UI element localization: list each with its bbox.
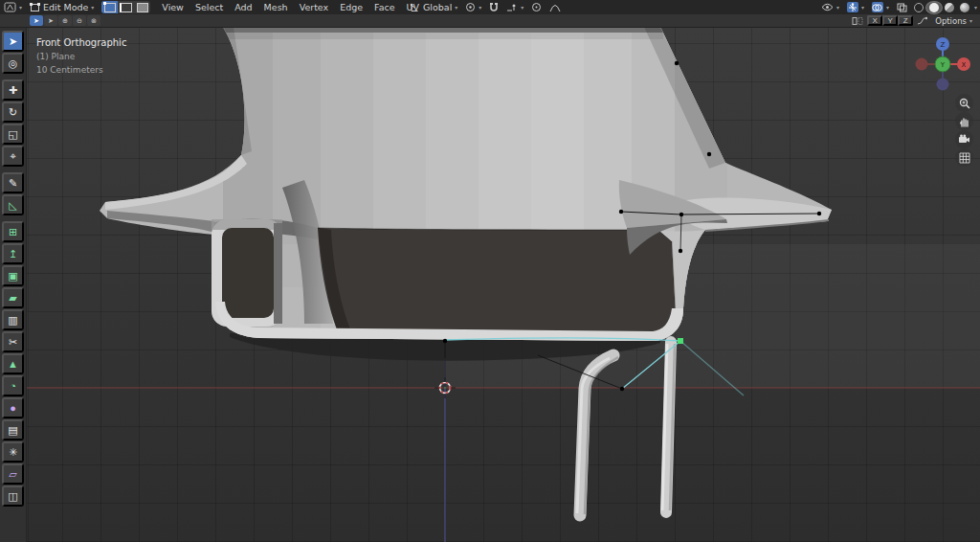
zoom-icon [959, 98, 970, 109]
mirror-axis-x[interactable]: X [867, 15, 882, 26]
active-vertex[interactable] [678, 338, 683, 344]
select-mode-new[interactable]: ➤ [44, 15, 57, 26]
options-dropdown[interactable]: Options ▾ [931, 16, 976, 26]
tool-inset-faces[interactable]: ▣ [2, 265, 24, 286]
shading-material-preview[interactable] [942, 2, 957, 13]
pan-button[interactable] [955, 112, 973, 130]
viewport-header: ▾ Edit Mode ▾ ViewSelectAddMeshVertexEdg… [0, 0, 980, 14]
chevron-down-icon: ▾ [836, 5, 839, 11]
tool-poly-build[interactable]: ▲ [2, 353, 24, 374]
viewport-3d[interactable]: Front Orthographic (1) Plane 10 Centimet… [27, 27, 980, 542]
menu-view[interactable]: View [156, 2, 189, 12]
mode-face-select[interactable] [134, 1, 150, 13]
select-mode-intersect[interactable]: ⊗ [87, 15, 100, 26]
chevron-down-icon: ▾ [969, 18, 972, 24]
tool-transform[interactable]: ⌖ [2, 146, 24, 167]
pivot-point-dropdown[interactable]: ▾ [461, 2, 485, 12]
options-label: Options [935, 16, 967, 26]
falloff-curve-icon [549, 3, 561, 12]
tool-shear[interactable]: ▱ [2, 463, 24, 485]
visibility-icon [821, 3, 834, 11]
navigation-gizmo[interactable]: Z X Y [913, 32, 972, 95]
camera-icon [958, 134, 970, 145]
loop-cut-icon: ▥ [8, 315, 17, 326]
central-cavity [318, 228, 676, 332]
measure-icon: ◺ [9, 200, 16, 211]
face-select-icon [137, 3, 148, 12]
shear-icon: ▱ [9, 469, 16, 480]
tool-move[interactable]: ✚ [2, 79, 24, 101]
edge-slide-icon: ▤ [8, 425, 17, 436]
camera-view-button[interactable] [955, 130, 973, 148]
snap-target-dropdown[interactable]: ▾ [502, 3, 527, 12]
gizmo-z-negative[interactable] [937, 79, 949, 91]
tool-measure[interactable]: ◺ [2, 194, 24, 215]
gizmo-icon [847, 2, 858, 12]
proportional-editing-toggle[interactable] [527, 2, 546, 12]
mode-vertex-select[interactable] [101, 1, 118, 13]
transform-icon: ⌖ [10, 151, 15, 162]
tool-cursor[interactable]: ◎ [2, 53, 24, 74]
shading-rendered[interactable] [957, 2, 972, 13]
snap-toggle[interactable] [485, 2, 502, 12]
cursor-icon: ◎ [9, 58, 18, 69]
menu-face[interactable]: Face [368, 2, 400, 12]
tool-knife[interactable]: ✂ [2, 331, 24, 352]
tool-rip-region[interactable]: ◫ [2, 486, 24, 507]
tool-add-cube[interactable]: ⊞ [2, 221, 24, 242]
menu-add[interactable]: Add [229, 2, 257, 12]
tool-bevel[interactable]: ▰ [2, 287, 24, 308]
tool-scale[interactable]: ◱ [2, 124, 24, 145]
edit-mode-icon [30, 3, 40, 12]
shading-mode-group [911, 2, 972, 13]
tool-edge-slide[interactable]: ▤ [2, 419, 24, 440]
gizmos-toggle[interactable]: ▾ [843, 2, 868, 12]
editor-type-button[interactable]: ▾ [0, 0, 26, 14]
move-icon: ✚ [9, 85, 17, 96]
mode-dropdown[interactable]: Edit Mode ▾ [26, 0, 98, 14]
tool-select-box[interactable]: ➤ [2, 31, 24, 52]
wireframe-icon [914, 3, 924, 12]
overlays-toggle[interactable]: ▾ [868, 2, 893, 12]
display-cluster: ▾ ▾ ▾ ▾ [817, 2, 977, 13]
gizmo-x-negative[interactable] [916, 58, 928, 71]
blender-window: ▾ Edit Mode ▾ ViewSelectAddMeshVertexEdg… [0, 0, 980, 542]
tool-annotate[interactable]: ✎ [2, 172, 24, 193]
tool-extrude-region[interactable]: ↥ [2, 243, 24, 264]
tool-rotate[interactable]: ↻ [2, 102, 24, 123]
tool-smooth[interactable]: ● [2, 397, 24, 418]
knife-icon: ✂ [9, 337, 17, 348]
menu-vertex[interactable]: Vertex [294, 2, 335, 12]
mirror-axis-z[interactable]: Z [898, 15, 913, 26]
mirror-axis-y[interactable]: Y [882, 15, 898, 26]
proportional-falloff-button[interactable] [546, 3, 565, 12]
tool-loop-cut[interactable]: ▥ [2, 309, 24, 330]
select-mode-extend[interactable]: ⊕ [58, 15, 72, 26]
options-cluster: XYZ Options ▾ [852, 15, 976, 26]
spin-icon: ◔ [10, 381, 16, 392]
tool-spin[interactable]: ◔ [2, 375, 24, 396]
show-object-types-dropdown[interactable]: ▾ [817, 3, 843, 11]
proportional-editing-icon [531, 2, 542, 12]
orthographic-grid-icon [959, 152, 970, 164]
shading-solid[interactable] [926, 2, 942, 13]
material-preview-icon [945, 3, 954, 12]
annotate-icon: ✎ [9, 178, 17, 189]
add-cube-icon: ⊞ [9, 227, 17, 237]
menu-mesh[interactable]: Mesh [258, 2, 294, 12]
menu-bar: ViewSelectAddMeshVertexEdgeFaceUV [156, 2, 425, 12]
shading-wireframe[interactable] [911, 2, 926, 13]
transform-orientation-dropdown[interactable]: Global ▾ [406, 2, 461, 12]
perspective-toggle-button[interactable] [955, 148, 973, 167]
tool-shrink-fatten[interactable]: ✳ [2, 441, 24, 463]
select-mode-subtract[interactable]: ⊖ [73, 15, 86, 26]
zoom-button[interactable] [955, 94, 973, 112]
menu-select[interactable]: Select [189, 2, 229, 12]
active-tool-select-box[interactable]: ➤ [30, 15, 43, 26]
inset-faces-icon: ▣ [8, 271, 17, 282]
menu-edge[interactable]: Edge [334, 2, 368, 12]
orientation-icon [410, 3, 420, 12]
select-box-icon: ➤ [9, 36, 17, 47]
mode-edge-select[interactable] [118, 1, 134, 13]
xray-toggle[interactable] [893, 3, 911, 12]
